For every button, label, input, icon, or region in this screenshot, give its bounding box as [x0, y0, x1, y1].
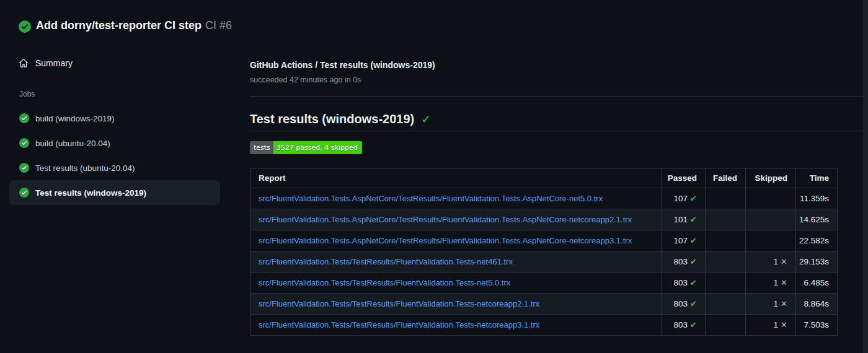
page-scrollbar[interactable] [863, 0, 868, 353]
table-row: src/FluentValidation.Tests/TestResults/F… [250, 294, 838, 315]
sidebar-item-summary[interactable]: Summary [19, 58, 73, 68]
divider [250, 96, 868, 97]
time-cell: 11.359s [796, 188, 838, 209]
report-link[interactable]: src/FluentValidation.Tests/TestResults/F… [259, 257, 513, 266]
passed-check-icon: ✔ [690, 215, 697, 224]
passed-cell: 101✔ [662, 209, 706, 230]
test-results-table: ReportPassedFailedSkippedTime src/Fluent… [250, 168, 838, 336]
skipped-cell [746, 188, 796, 209]
failed-cell [706, 294, 746, 315]
table-row: src/FluentValidation.Tests/TestResults/F… [250, 272, 838, 294]
column-header-report: Report [250, 168, 662, 188]
sidebar-item-label: Summary [35, 58, 73, 68]
report-link[interactable]: src/FluentValidation.Tests/TestResults/F… [259, 299, 539, 308]
tests-badge-label: tests [250, 141, 273, 154]
passed-check-icon: ✔ [690, 194, 697, 203]
passed-cell: 803✔ [662, 315, 706, 336]
tests-badge: tests 3527 passed, 4 skipped [250, 141, 362, 154]
run-status-text: succeeded 42 minutes ago in 0s [250, 76, 361, 84]
skipped-x-icon: ✕ [781, 299, 787, 308]
failed-cell [706, 209, 746, 230]
report-link[interactable]: src/FluentValidation.Tests.AspNetCore/Te… [259, 236, 632, 245]
report-link[interactable]: src/FluentValidation.Tests.AspNetCore/Te… [259, 215, 632, 224]
report-link[interactable]: src/FluentValidation.Tests/TestResults/F… [259, 320, 539, 329]
passed-cell: 803✔ [662, 272, 706, 294]
failed-cell [706, 188, 746, 209]
table-row: src/FluentValidation.Tests/TestResults/F… [250, 251, 838, 272]
sidebar-job-item[interactable]: Test results (ubuntu-20.04) [9, 155, 220, 180]
report-cell: src/FluentValidation.Tests/TestResults/F… [250, 251, 662, 272]
report-cell: src/FluentValidation.Tests/TestResults/F… [250, 272, 662, 294]
skipped-cell: 1✕ [746, 315, 796, 336]
tests-badge-value: 3527 passed, 4 skipped [273, 141, 362, 154]
time-cell: 7.503s [796, 315, 838, 336]
skipped-x-icon: ✕ [781, 320, 787, 329]
job-item-label: Test results (ubuntu-20.04) [35, 163, 135, 173]
time-cell: 8.864s [796, 294, 838, 315]
failed-cell [706, 315, 746, 336]
sidebar-job-item[interactable]: build (ubuntu-20.04) [9, 131, 220, 155]
passed-check-icon: ✔ [690, 278, 697, 287]
table-header-row: ReportPassedFailedSkippedTime [250, 168, 838, 188]
passed-cell: 803✔ [662, 251, 706, 272]
check-circle-icon [19, 113, 29, 123]
section-title: Test results (windows-2019)✓ [250, 112, 431, 126]
jobs-section-label: Jobs [19, 90, 35, 98]
skipped-x-icon: ✕ [781, 257, 787, 266]
skipped-cell [746, 209, 796, 230]
skipped-cell: 1✕ [746, 294, 796, 315]
report-cell: src/FluentValidation.Tests/TestResults/F… [250, 315, 662, 336]
failed-cell [706, 251, 746, 272]
sidebar-job-item[interactable]: build (windows-2019) [9, 106, 220, 131]
time-cell: 29.153s [796, 251, 838, 272]
jobs-list: build (windows-2019)build (ubuntu-20.04)… [9, 106, 220, 205]
report-link[interactable]: src/FluentValidation.Tests.AspNetCore/Te… [259, 194, 603, 203]
passed-check-icon: ✔ [690, 257, 697, 266]
passed-cell: 107✔ [662, 230, 706, 251]
time-cell: 6.485s [796, 272, 838, 294]
check-circle-icon [19, 188, 29, 198]
job-item-label: Test results (windows-2019) [35, 188, 146, 198]
passed-check-icon: ✔ [690, 299, 697, 308]
job-item-label: build (windows-2019) [35, 114, 115, 123]
table-row: src/FluentValidation.Tests.AspNetCore/Te… [250, 209, 838, 230]
column-header-failed: Failed [706, 168, 746, 188]
failed-cell [706, 272, 746, 294]
check-circle-icon [19, 163, 29, 173]
table-row: src/FluentValidation.Tests.AspNetCore/Te… [250, 188, 838, 209]
job-item-label: build (ubuntu-20.04) [35, 139, 110, 148]
passed-cell: 803✔ [662, 294, 706, 315]
run-title: Add dorny/test-reporter CI step [36, 19, 202, 32]
passed-cell: 107✔ [662, 188, 706, 209]
report-cell: src/FluentValidation.Tests.AspNetCore/Te… [250, 230, 662, 251]
skipped-x-icon: ✕ [781, 278, 787, 287]
report-cell: src/FluentValidation.Tests/TestResults/F… [250, 294, 662, 315]
home-icon [19, 58, 29, 68]
run-number: CI #6 [205, 19, 232, 32]
time-cell: 14.625s [796, 209, 838, 230]
failed-cell [706, 230, 746, 251]
success-check-icon: ✓ [421, 113, 431, 126]
skipped-cell: 1✕ [746, 251, 796, 272]
sidebar-job-item[interactable]: Test results (windows-2019) [9, 180, 220, 205]
column-header-skipped: Skipped [746, 168, 796, 188]
main-content: GitHub Actions / Test results (windows-2… [250, 0, 868, 353]
time-cell: 22.582s [796, 230, 838, 251]
passed-check-icon: ✔ [690, 320, 697, 329]
table-row: src/FluentValidation.Tests/TestResults/F… [250, 315, 838, 336]
check-circle-icon [19, 138, 29, 148]
report-link[interactable]: src/FluentValidation.Tests/TestResults/F… [259, 278, 510, 287]
skipped-cell [746, 230, 796, 251]
column-header-time: Time [796, 168, 838, 188]
check-circle-icon [19, 20, 31, 33]
report-cell: src/FluentValidation.Tests.AspNetCore/Te… [250, 209, 662, 230]
table-row: src/FluentValidation.Tests.AspNetCore/Te… [250, 230, 838, 251]
passed-check-icon: ✔ [690, 236, 697, 245]
check-run-breadcrumb: GitHub Actions / Test results (windows-2… [250, 60, 435, 70]
report-cell: src/FluentValidation.Tests.AspNetCore/Te… [250, 188, 662, 209]
column-header-passed: Passed [662, 168, 706, 188]
divider [250, 131, 868, 131]
skipped-cell: 1✕ [746, 272, 796, 294]
